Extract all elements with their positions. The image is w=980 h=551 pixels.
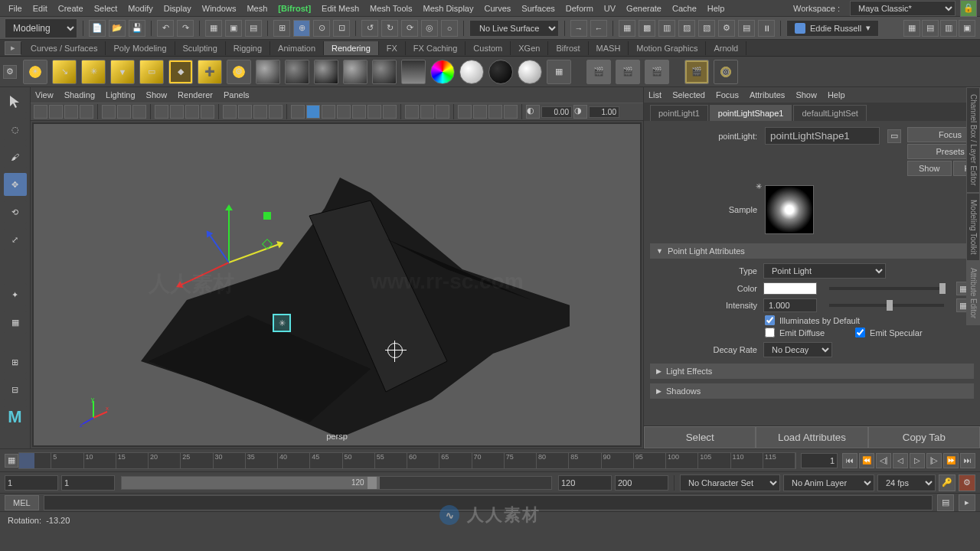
tab-fxcache[interactable]: FX Caching: [406, 41, 466, 55]
vpt-1[interactable]: [34, 105, 47, 119]
layout-tool[interactable]: ▦: [4, 311, 27, 334]
playback-end-field[interactable]: [558, 475, 612, 491]
render-target-icon[interactable]: ◎: [714, 60, 738, 84]
vpt-4[interactable]: [80, 105, 93, 119]
attr-tab-shape[interactable]: pointLightShape1: [710, 105, 792, 121]
ipr-icon[interactable]: ▩: [639, 20, 655, 37]
phong-icon[interactable]: [314, 60, 338, 84]
vpt-21[interactable]: [368, 105, 381, 119]
playback-start-field[interactable]: [61, 475, 115, 491]
open-scene-icon[interactable]: 📂: [109, 20, 126, 37]
character-set-select[interactable]: No Character Set: [680, 474, 780, 491]
stingray-icon[interactable]: [459, 60, 484, 84]
vpt-11[interactable]: [201, 105, 214, 119]
illum-checkbox[interactable]: [765, 315, 775, 325]
layout-1-icon[interactable]: ▦: [903, 20, 920, 37]
redo-icon[interactable]: ↷: [177, 20, 194, 37]
tab-fx[interactable]: FX: [379, 41, 406, 55]
tab-poly[interactable]: Poly Modeling: [106, 41, 175, 55]
vp-shading[interactable]: Shading: [64, 90, 95, 99]
menu-bifrost[interactable]: [Bifrost]: [273, 4, 316, 13]
vpt-6[interactable]: [117, 105, 131, 119]
menu-cache[interactable]: Cache: [667, 4, 702, 13]
menu-surfaces[interactable]: Surfaces: [516, 4, 560, 13]
new-scene-icon[interactable]: 📄: [89, 20, 106, 37]
lambert-icon[interactable]: [256, 60, 280, 84]
lasso-tool[interactable]: ◌: [4, 118, 27, 141]
tab-modeling-toolkit[interactable]: Modeling Toolkit: [966, 193, 980, 262]
vpt-shaded[interactable]: [306, 105, 320, 119]
snap-abs-icon[interactable]: ○: [441, 20, 458, 37]
render-seq-icon[interactable]: ▥: [658, 20, 675, 37]
vpt-3[interactable]: [64, 105, 78, 119]
vpt-20[interactable]: [352, 105, 366, 119]
mode-select[interactable]: Modeling: [5, 18, 77, 38]
intensity-slider[interactable]: [829, 304, 944, 307]
point-light-icon-3d[interactable]: ✳: [273, 314, 291, 332]
lock-icon[interactable]: 🔒: [960, 0, 977, 17]
shaderfx-icon[interactable]: [518, 60, 542, 84]
range-thumb[interactable]: 120: [122, 477, 380, 489]
ambient-light-icon[interactable]: ☀: [23, 60, 47, 84]
attr-focus[interactable]: Focus: [716, 90, 739, 99]
current-frame-field[interactable]: [801, 453, 838, 468]
snap-view-icon[interactable]: ↻: [381, 20, 398, 37]
step-fwd-btn[interactable]: |▷: [926, 453, 942, 468]
menu-uv[interactable]: UV: [599, 4, 621, 13]
range-slider[interactable]: 120: [121, 476, 552, 490]
render-frame-icon[interactable]: 🎬: [586, 60, 611, 84]
maya-logo-icon[interactable]: M: [4, 406, 27, 429]
layout-4-icon[interactable]: ▣: [959, 20, 975, 37]
show-button[interactable]: Show: [907, 161, 952, 176]
shelf-gear-icon[interactable]: ⚙: [3, 65, 17, 79]
snap-tool-2[interactable]: ⊟: [4, 378, 27, 401]
vpt-22[interactable]: [383, 105, 397, 119]
vpt-9[interactable]: [170, 105, 184, 119]
script-editor-icon[interactable]: ▤: [937, 494, 954, 511]
vpt-10[interactable]: [185, 105, 199, 119]
vp-lighting[interactable]: Lighting: [106, 90, 136, 99]
attr-selected[interactable]: Selected: [672, 90, 705, 99]
create-shader-icon[interactable]: ➕: [198, 60, 222, 84]
layout-2-icon[interactable]: ▤: [922, 20, 939, 37]
vpt-16[interactable]: [291, 105, 305, 119]
select-button[interactable]: Select: [644, 426, 756, 448]
area-light-icon[interactable]: ▭: [139, 60, 164, 84]
render-layer-icon[interactable]: ▤: [738, 20, 755, 37]
vpt-15[interactable]: [269, 105, 283, 119]
tab-animation[interactable]: Animation: [270, 41, 324, 55]
sel-obj-icon[interactable]: ▣: [225, 20, 242, 37]
blinn-icon[interactable]: [285, 60, 309, 84]
vp-exposure-field[interactable]: [541, 106, 572, 118]
live-surface-select[interactable]: No Live Surface: [469, 20, 559, 37]
render-region-icon[interactable]: 🎬: [616, 60, 640, 84]
color-swatch[interactable]: [763, 282, 817, 295]
section-sh[interactable]: ▶Shadows: [650, 383, 974, 399]
menu-select[interactable]: Select: [89, 4, 123, 13]
step-back-btn[interactable]: ◁|: [876, 453, 891, 468]
sel-comp-icon[interactable]: ▤: [245, 20, 262, 37]
menu-create[interactable]: Create: [53, 4, 89, 13]
menu-generate[interactable]: Generate: [621, 4, 667, 13]
volume-light-icon[interactable]: ◆: [168, 60, 193, 84]
vpt-12[interactable]: [223, 105, 237, 119]
pause-icon[interactable]: ⏸: [758, 20, 775, 37]
color-slider[interactable]: [829, 287, 944, 290]
vpt-13[interactable]: [238, 105, 252, 119]
vpt-14[interactable]: [253, 105, 267, 119]
vpt-28[interactable]: [488, 105, 502, 119]
snap-plane-icon[interactable]: ⊡: [333, 20, 350, 37]
tab-mash[interactable]: MASH: [589, 41, 629, 55]
diffuse-checkbox[interactable]: [765, 328, 775, 337]
tab-curves[interactable]: Curves / Surfaces: [23, 41, 106, 55]
section-pla[interactable]: ▼Point Light Attributes: [650, 243, 974, 259]
cg-in-icon[interactable]: →: [570, 20, 587, 37]
anim-prefs-icon[interactable]: ⚙: [959, 474, 975, 491]
specular-checkbox[interactable]: [855, 328, 865, 337]
render-view-icon[interactable]: ▧: [698, 20, 715, 37]
vpt-5[interactable]: [102, 105, 116, 119]
vp-view[interactable]: View: [35, 90, 54, 99]
last-tool[interactable]: ✦: [4, 283, 27, 306]
tab-xgen[interactable]: XGen: [511, 41, 548, 55]
workspace-select[interactable]: Maya Classic*: [850, 1, 956, 16]
